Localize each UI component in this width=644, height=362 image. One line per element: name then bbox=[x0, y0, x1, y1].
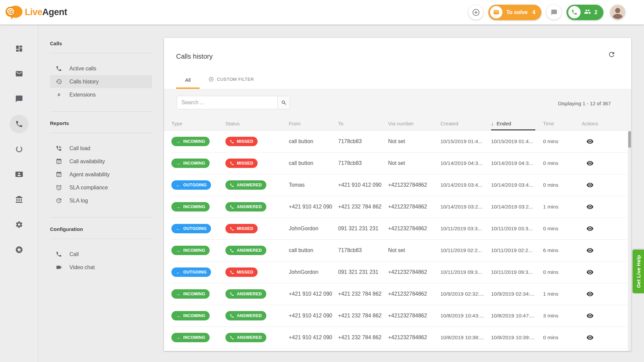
bank-icon bbox=[15, 195, 23, 203]
calls-table: →INCOMINGMISSEDcall button7178cb83Not se… bbox=[171, 131, 628, 351]
to-value: +421 232 784 862 bbox=[338, 204, 381, 209]
contact-card-icon bbox=[15, 170, 23, 178]
status-badge: MISSED bbox=[225, 224, 258, 233]
type-badge: ←OUTGOING bbox=[171, 267, 211, 277]
call-row[interactable]: →INCOMINGANSWERED+421 910 412 090+421 23… bbox=[171, 305, 628, 327]
search-button[interactable] bbox=[277, 96, 290, 109]
view-call-button[interactable] bbox=[586, 138, 594, 145]
liveagent-logo[interactable]: @ LiveAgent bbox=[5, 5, 67, 20]
nav-heading: Reports bbox=[50, 112, 152, 133]
sidebar-item-agent-availability[interactable]: Agent availability bbox=[50, 168, 152, 181]
via-number-value: +421232784862 bbox=[388, 204, 427, 209]
column-header-status[interactable]: Status bbox=[225, 116, 289, 130]
column-header-via-number[interactable]: Via number bbox=[388, 116, 440, 130]
view-call-button[interactable] bbox=[586, 312, 594, 319]
rail-phone-button[interactable] bbox=[10, 115, 29, 133]
rail-star-circle-button[interactable] bbox=[10, 240, 29, 259]
rail-gear-button[interactable] bbox=[10, 215, 29, 234]
status-badge: ANSWERED bbox=[225, 333, 266, 342]
tab-custom-filter[interactable]: CUSTOM FILTER bbox=[208, 76, 254, 89]
column-header-from[interactable]: From bbox=[289, 116, 338, 130]
phone-icon bbox=[230, 227, 234, 231]
call-row[interactable]: ←OUTGOINGMISSEDJohnGordon091 321 231 231… bbox=[171, 218, 628, 240]
scrollbar-thumb[interactable] bbox=[628, 131, 631, 147]
search-input[interactable] bbox=[177, 96, 277, 109]
to-value: +421 910 412 090 bbox=[338, 182, 381, 188]
call-row[interactable]: →INCOMINGANSWEREDcall button7178cb83Not … bbox=[171, 240, 628, 261]
tab-all[interactable]: All bbox=[176, 77, 200, 89]
call-row[interactable]: ←OUTGOINGMISSEDJohnGordon091 321 231 231… bbox=[171, 261, 628, 283]
view-call-button[interactable] bbox=[586, 290, 594, 298]
column-header-time[interactable]: Time bbox=[543, 116, 582, 130]
view-call-button[interactable] bbox=[586, 225, 594, 232]
get-live-help-button[interactable]: Get Live Help bbox=[633, 250, 644, 293]
table-scrollbar[interactable] bbox=[628, 131, 631, 351]
to-value: +421 232 784 862 bbox=[338, 335, 381, 340]
add-button[interactable] bbox=[468, 5, 483, 20]
view-call-button[interactable] bbox=[586, 268, 594, 276]
from-value: +421 910 412 090 bbox=[289, 335, 332, 340]
sidebar-item-call-load[interactable]: Call load bbox=[50, 142, 152, 155]
page-title: Calls history bbox=[176, 53, 213, 60]
from-value: JohnGordon bbox=[289, 269, 318, 275]
rail-ring-button[interactable] bbox=[10, 140, 29, 159]
call-row[interactable]: →INCOMINGANSWERED+421 910 412 090+421 23… bbox=[171, 196, 628, 218]
mail-icon bbox=[15, 70, 23, 78]
column-header-to[interactable]: To bbox=[338, 116, 388, 130]
sidebar-item-calls-history[interactable]: Calls history bbox=[50, 75, 152, 88]
avatar[interactable] bbox=[610, 5, 625, 20]
call-row[interactable]: →INCOMINGMISSEDcall button7178cb83Not se… bbox=[171, 131, 628, 153]
via-number-value: +421232784862 bbox=[388, 269, 427, 275]
status-badge: MISSED bbox=[225, 137, 258, 146]
view-call-button[interactable] bbox=[586, 181, 594, 189]
nav-section-calls: CallsActive callsCalls history#Extension… bbox=[50, 38, 152, 112]
created-value: 10/11/2019 09:3... bbox=[440, 269, 482, 275]
eye-icon bbox=[586, 203, 594, 210]
view-call-button[interactable] bbox=[586, 160, 594, 167]
call-row[interactable]: →INCOMINGMISSEDcall button7178cb83Not se… bbox=[171, 153, 628, 174]
call-row[interactable]: ←OUTGOINGANSWEREDTomas+421 910 412 090+4… bbox=[171, 174, 628, 196]
from-value: JohnGordon bbox=[289, 226, 318, 231]
call-row[interactable]: →INCOMINGANSWERED+421 910 412 090+421 23… bbox=[171, 283, 628, 305]
created-value: 10/15/2019 01:4... bbox=[440, 138, 482, 144]
type-badge: →INCOMING bbox=[171, 311, 210, 320]
sidebar-item-label: Calls history bbox=[69, 79, 99, 85]
plus-circle-icon bbox=[472, 8, 480, 17]
rail-contact-card-button[interactable] bbox=[10, 165, 29, 184]
view-call-button[interactable] bbox=[586, 334, 594, 341]
sidebar-item-extensions[interactable]: #Extensions bbox=[50, 88, 152, 101]
view-call-button[interactable] bbox=[586, 203, 594, 210]
column-header-ended[interactable]: ↓Ended bbox=[491, 116, 543, 130]
column-header-created[interactable]: Created bbox=[440, 116, 491, 130]
arrow-right-icon: → bbox=[176, 335, 180, 340]
rail-bank-button[interactable] bbox=[10, 190, 29, 209]
column-header-type[interactable]: Type bbox=[171, 116, 225, 130]
sidebar-item-video-chat[interactable]: Video chat bbox=[50, 261, 152, 274]
sidebar-item-call[interactable]: Call bbox=[50, 248, 152, 261]
sort-indicator bbox=[491, 129, 535, 130]
view-call-button[interactable] bbox=[586, 247, 594, 254]
sidebar-item-sla-log[interactable]: SLA log bbox=[50, 194, 152, 207]
rail-dashboard-button[interactable] bbox=[10, 39, 29, 58]
chat-button[interactable] bbox=[546, 5, 561, 20]
history-icon bbox=[56, 78, 62, 85]
rail-chat-button[interactable] bbox=[10, 89, 29, 108]
refresh-button[interactable] bbox=[608, 51, 615, 59]
sidebar-item-label: Call bbox=[69, 251, 79, 257]
to-value: +421 232 784 862 bbox=[338, 313, 381, 318]
created-value: 10/11/2019 03:3... bbox=[440, 226, 482, 231]
sidebar-item-active-calls[interactable]: Active calls bbox=[50, 62, 152, 75]
call-row[interactable]: →INCOMINGANSWERED+421 910 412 090+421 23… bbox=[171, 327, 628, 349]
rail-mail-button[interactable] bbox=[10, 64, 29, 83]
sidebar-item-sla-compliance[interactable]: SLA compliance bbox=[50, 181, 152, 194]
column-header-actions[interactable]: Actions bbox=[582, 116, 628, 130]
sidebar-item-call-availability[interactable]: Call availability bbox=[50, 155, 152, 168]
logo-bubble-icon: @ bbox=[5, 5, 23, 20]
to-solve-button[interactable]: To solve 4 bbox=[488, 5, 541, 20]
arrow-right-icon: → bbox=[176, 161, 180, 166]
search-bar bbox=[177, 96, 290, 109]
eye-icon bbox=[586, 290, 594, 298]
sidebar-item-label: Agent availability bbox=[69, 172, 110, 178]
calls-pill-button[interactable]: 2 bbox=[567, 5, 603, 20]
from-value: +421 910 412 090 bbox=[289, 204, 332, 209]
